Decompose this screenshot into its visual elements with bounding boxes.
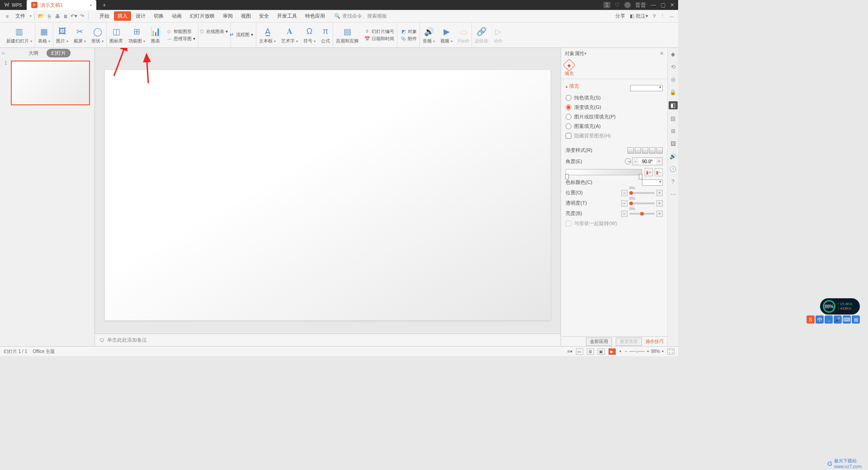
remove-stop-button[interactable]: ▮−	[655, 168, 663, 176]
attachment-button[interactable]: 📎附件	[400, 36, 417, 42]
tab-devtools[interactable]: 开发工具	[274, 11, 301, 21]
tab-transition[interactable]: 切换	[150, 11, 167, 21]
tab-slideshow[interactable]: 幻灯片放映	[186, 11, 218, 21]
slides-tab[interactable]: 幻灯片	[47, 49, 71, 57]
sorter-view-button[interactable]: ⊞	[587, 348, 594, 355]
tab-security[interactable]: 安全	[255, 11, 273, 21]
close-props-icon[interactable]: ✕	[660, 51, 664, 56]
user-name[interactable]: 普普	[635, 1, 646, 9]
command-search[interactable]: 🔍 查找命令、搜索模板	[334, 13, 387, 19]
collapse-ribbon-icon[interactable]: ︿	[670, 13, 675, 19]
print-icon[interactable]: 🖶	[54, 13, 61, 20]
object-button[interactable]: ◩对象	[400, 28, 417, 35]
annotate-button[interactable]: ◧ 批注▾	[630, 13, 648, 19]
screenshot-button[interactable]: ✂截屏	[71, 23, 89, 47]
hide-bg-checkbox[interactable]: 隐藏背景图形(H)	[566, 131, 663, 141]
notes-toggle[interactable]: ≡▾	[567, 349, 572, 354]
collapse-panel-icon[interactable]: ‹‹	[2, 51, 5, 56]
zoom-control[interactable]: −──○──+ 98% ▾	[625, 349, 664, 354]
mindmap-button[interactable]: ෴思维导图 ▾	[166, 36, 195, 42]
stop-color-picker[interactable]	[642, 179, 663, 186]
fill-tab[interactable]: ◆ 填充	[565, 61, 574, 77]
slide-thumbnail[interactable]: 1	[5, 61, 90, 105]
more-icon[interactable]: ⋯	[670, 191, 677, 198]
fill-section-header[interactable]: 填充	[566, 83, 579, 89]
wordart-button[interactable]: 𝐀艺术字	[278, 23, 301, 47]
minimize-button[interactable]: —	[651, 2, 656, 8]
new-tab-button[interactable]: +	[103, 1, 106, 9]
formula-button[interactable]: π公式	[318, 23, 333, 47]
tips-link[interactable]: 操作技巧	[646, 338, 664, 345]
datetime-button[interactable]: 📅日期和时间	[364, 36, 394, 42]
slideshow-button[interactable]: ▶	[609, 348, 616, 355]
pattern-fill-radio[interactable]: 图案填充(A)	[566, 122, 663, 131]
brightness-slider[interactable]: − 0% +	[621, 211, 663, 217]
header-footer-button[interactable]: ▤页眉和页脚	[333, 23, 361, 47]
angle-dial[interactable]	[625, 158, 631, 164]
resources-icon[interactable]: ⊞	[670, 127, 677, 135]
normal-view-button[interactable]: ▭	[576, 348, 583, 355]
picture-fill-radio[interactable]: 图片或纹理填充(P)	[566, 112, 663, 122]
opacity-slider[interactable]: − 0% +	[621, 200, 663, 207]
add-stop-button[interactable]: ▮+	[645, 168, 653, 176]
file-menu[interactable]: 文件	[12, 11, 29, 21]
gradient-bar[interactable]	[566, 169, 642, 175]
new-slide-button[interactable]: ▥新建幻灯片	[4, 23, 35, 47]
textbox-button[interactable]: A̲文本框	[256, 23, 278, 47]
document-tab[interactable]: P 演示文稿1 •	[27, 0, 96, 10]
tab-insert[interactable]: 插入	[114, 11, 131, 21]
gradient-presets[interactable]	[627, 147, 663, 154]
icon-lib-button[interactable]: ◫图标库	[107, 23, 126, 47]
open-icon[interactable]: 📂	[38, 13, 45, 20]
history-icon[interactable]: 🕓	[670, 165, 677, 173]
share-button[interactable]: 分享	[615, 13, 625, 19]
notification-badge[interactable]: 1	[604, 2, 610, 8]
smart-art-button[interactable]: ◇智能图形	[166, 28, 195, 35]
slide-canvas[interactable]	[105, 70, 551, 320]
flowchart-button[interactable]: ⇄流程图 ▾	[228, 32, 253, 38]
tab-animation[interactable]: 动画	[168, 11, 185, 21]
save-icon[interactable]: ⎘	[46, 13, 53, 20]
print-preview-icon[interactable]: 🗎	[62, 13, 69, 20]
help-icon[interactable]: ?	[653, 14, 656, 19]
shapes-button[interactable]: ◯形状	[89, 23, 107, 47]
undo-icon[interactable]: ↶▾	[70, 13, 77, 20]
tab-special[interactable]: 特色应用	[302, 11, 329, 21]
hamburger-icon[interactable]: ≡	[4, 13, 11, 20]
angle-spinner[interactable]: −+	[632, 157, 663, 165]
fit-window-button[interactable]: ⛶	[667, 348, 675, 355]
reading-view-button[interactable]: ▣	[598, 348, 605, 355]
gradient-fill-radio[interactable]: 渐变填充(G)	[566, 103, 663, 112]
speaker-icon[interactable]: 🔊	[670, 153, 677, 160]
apply-all-button[interactable]: 全部应用	[586, 338, 612, 346]
help-icon[interactable]: ?	[670, 178, 677, 185]
style-icon[interactable]: ⟲	[670, 63, 677, 70]
func-chart-button[interactable]: ⊞功能图	[126, 23, 148, 47]
chart-button[interactable]: 📊图表	[148, 23, 163, 47]
tab-review[interactable]: 审阅	[219, 11, 236, 21]
picture-button[interactable]: 🖼图片	[53, 23, 71, 47]
slide-number-button[interactable]: #幻灯片编号	[364, 28, 394, 35]
tab-start[interactable]: 开始	[96, 11, 113, 21]
redo-icon[interactable]: ↷	[78, 13, 85, 20]
tab-design[interactable]: 设计	[132, 11, 149, 21]
animation-icon[interactable]: ◎	[670, 76, 677, 83]
tab-view[interactable]: 视图	[237, 11, 255, 21]
online-chart-button[interactable]: ⬡在线图表 ▾	[198, 28, 228, 35]
audio-button[interactable]: 🔊音频	[420, 23, 438, 47]
more-icon[interactable]: ⋮	[660, 13, 665, 19]
solid-fill-radio[interactable]: 纯色填充(S)	[566, 93, 663, 103]
close-button[interactable]: ✕	[670, 2, 675, 8]
user-avatar[interactable]	[624, 2, 631, 8]
maximize-button[interactable]: ▢	[660, 2, 665, 8]
symbol-button[interactable]: Ω符号	[301, 23, 318, 47]
outline-tab[interactable]: 大纲	[24, 49, 43, 57]
layers-icon[interactable]: ▤	[670, 115, 677, 122]
table-button[interactable]: ▦表格	[35, 23, 53, 47]
position-slider[interactable]: − 0% +	[621, 190, 663, 196]
security-icon[interactable]: 🔒	[670, 89, 677, 96]
video-button[interactable]: ▶视频	[438, 23, 455, 47]
props-icon[interactable]: ◧	[669, 101, 678, 109]
templates-icon[interactable]: ◆	[670, 51, 677, 58]
fill-preset-dropdown[interactable]	[630, 85, 663, 91]
